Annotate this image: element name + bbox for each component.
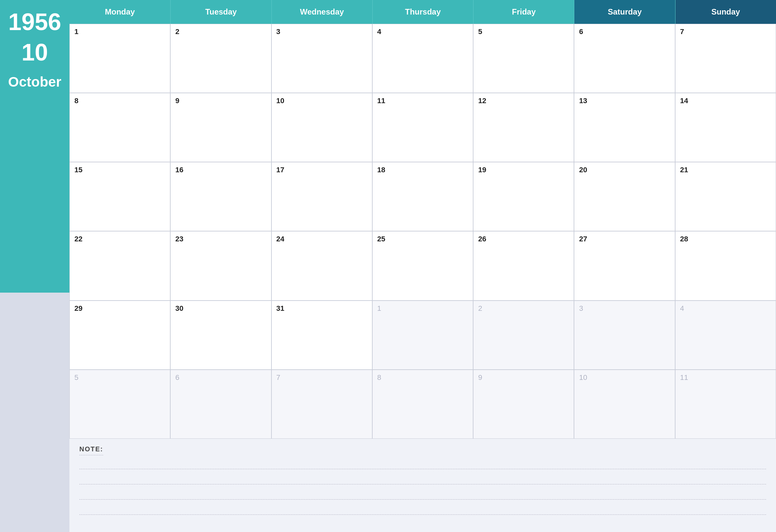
day-header-saturday: Saturday — [574, 0, 675, 24]
day-cell[interactable]: 7 — [675, 24, 776, 93]
day-cell[interactable]: 6 — [170, 370, 271, 439]
day-headers: MondayTuesdayWednesdayThursdayFridaySatu… — [69, 0, 776, 24]
day-number: 4 — [680, 304, 684, 313]
day-number: 29 — [74, 304, 82, 313]
sidebar: 1956 10 October — [0, 0, 69, 532]
day-cell[interactable]: 1 — [372, 301, 473, 370]
note-line-4 — [79, 507, 766, 515]
day-cell[interactable]: 13 — [574, 93, 675, 162]
day-number: 27 — [579, 235, 587, 243]
note-label: NOTE: — [79, 446, 103, 455]
day-number: 9 — [175, 97, 179, 105]
day-cell[interactable]: 8 — [69, 93, 170, 162]
day-cell[interactable]: 5 — [473, 24, 574, 93]
day-number: 14 — [680, 97, 688, 105]
day-number: 6 — [579, 27, 583, 36]
day-number: 7 — [680, 27, 684, 36]
day-cell[interactable]: 2 — [473, 301, 574, 370]
day-number: 2 — [478, 304, 482, 313]
day-cell[interactable]: 3 — [574, 301, 675, 370]
day-cell[interactable]: 26 — [473, 231, 574, 300]
day-cell[interactable]: 4 — [372, 24, 473, 93]
day-cell[interactable]: 24 — [271, 231, 372, 300]
note-line-3 — [79, 492, 766, 500]
day-cell[interactable]: 27 — [574, 231, 675, 300]
calendar-main: MondayTuesdayWednesdayThursdayFridaySatu… — [69, 0, 776, 532]
day-cell[interactable]: 10 — [574, 370, 675, 439]
day-cell[interactable]: 10 — [271, 93, 372, 162]
day-cell[interactable]: 4 — [675, 301, 776, 370]
day-cell[interactable]: 25 — [372, 231, 473, 300]
day-number: 7 — [276, 373, 280, 382]
day-number: 5 — [74, 373, 78, 382]
day-number: 25 — [377, 235, 385, 243]
day-number: 23 — [175, 235, 183, 243]
day-cell[interactable]: 29 — [69, 301, 170, 370]
day-cell[interactable]: 12 — [473, 93, 574, 162]
day-header-friday: Friday — [473, 0, 574, 24]
day-number: 31 — [276, 304, 284, 313]
day-number: 1 — [377, 304, 381, 313]
day-cell[interactable]: 11 — [372, 93, 473, 162]
day-cell[interactable]: 30 — [170, 301, 271, 370]
day-number: 10 — [276, 97, 284, 105]
day-cell[interactable]: 11 — [675, 370, 776, 439]
day-number: 11 — [680, 373, 688, 382]
day-number: 26 — [478, 235, 486, 243]
day-number: 8 — [74, 97, 78, 105]
day-cell[interactable]: 6 — [574, 24, 675, 93]
notes-section: NOTE: — [69, 439, 776, 532]
day-number: 15 — [74, 166, 82, 174]
day-header-tuesday: Tuesday — [170, 0, 271, 24]
day-cell[interactable]: 9 — [170, 93, 271, 162]
day-number: 10 — [579, 373, 587, 382]
day-number: 20 — [579, 166, 587, 174]
day-cell[interactable]: 22 — [69, 231, 170, 300]
day-number: 6 — [175, 373, 179, 382]
sidebar-week-number: 10 — [21, 40, 48, 64]
day-cell[interactable]: 14 — [675, 93, 776, 162]
day-cell[interactable]: 7 — [271, 370, 372, 439]
day-cell[interactable]: 20 — [574, 162, 675, 231]
day-number: 3 — [579, 304, 583, 313]
calendar-grid: 1234567891011121314151617181920212223242… — [69, 24, 776, 439]
note-line-2 — [79, 477, 766, 484]
day-number: 2 — [175, 27, 179, 36]
day-cell[interactable]: 17 — [271, 162, 372, 231]
day-cell[interactable]: 31 — [271, 301, 372, 370]
day-number: 8 — [377, 373, 381, 382]
day-cell[interactable]: 5 — [69, 370, 170, 439]
day-cell[interactable]: 9 — [473, 370, 574, 439]
day-number: 4 — [377, 27, 381, 36]
day-number: 17 — [276, 166, 284, 174]
day-number: 13 — [579, 97, 587, 105]
day-number: 9 — [478, 373, 482, 382]
day-cell[interactable]: 16 — [170, 162, 271, 231]
day-header-thursday: Thursday — [372, 0, 473, 24]
calendar-wrapper: 1956 10 October MondayTuesdayWednesdayTh… — [0, 0, 776, 532]
day-header-sunday: Sunday — [675, 0, 776, 24]
note-line-1 — [79, 461, 766, 469]
day-number: 5 — [478, 27, 482, 36]
day-number: 11 — [377, 97, 385, 105]
day-number: 30 — [175, 304, 183, 313]
day-number: 21 — [680, 166, 688, 174]
day-cell[interactable]: 23 — [170, 231, 271, 300]
day-cell[interactable]: 18 — [372, 162, 473, 231]
day-cell[interactable]: 15 — [69, 162, 170, 231]
day-number: 12 — [478, 97, 486, 105]
day-number: 19 — [478, 166, 486, 174]
day-cell[interactable]: 21 — [675, 162, 776, 231]
sidebar-year: 1956 — [8, 10, 61, 34]
day-number: 3 — [276, 27, 280, 36]
day-cell[interactable]: 28 — [675, 231, 776, 300]
day-cell[interactable]: 1 — [69, 24, 170, 93]
day-number: 16 — [175, 166, 183, 174]
day-cell[interactable]: 8 — [372, 370, 473, 439]
day-number: 1 — [74, 27, 78, 36]
day-cell[interactable]: 2 — [170, 24, 271, 93]
day-header-monday: Monday — [69, 0, 170, 24]
day-cell[interactable]: 3 — [271, 24, 372, 93]
day-number: 18 — [377, 166, 385, 174]
day-cell[interactable]: 19 — [473, 162, 574, 231]
